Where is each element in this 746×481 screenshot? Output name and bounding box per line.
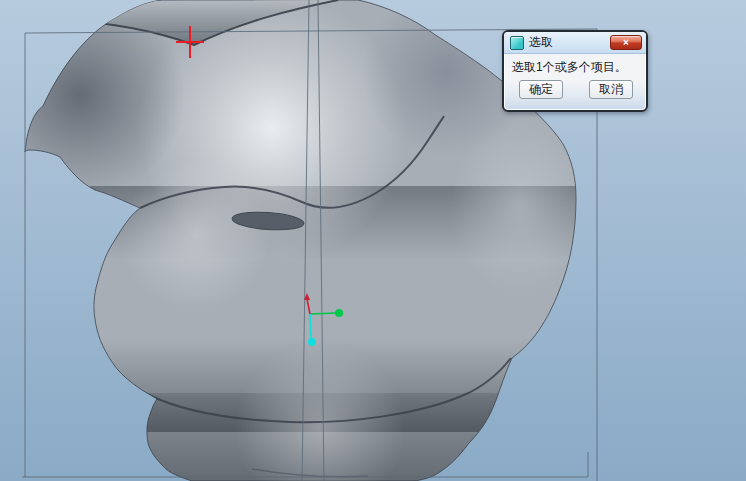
ok-button[interactable]: 确定 <box>519 80 563 99</box>
axis-cyan-endpoint <box>308 338 316 346</box>
select-dialog-body: 选取1个或多个项目。 确定 取消 <box>504 54 646 99</box>
cancel-button[interactable]: 取消 <box>589 80 633 99</box>
axis-green-endpoint <box>335 309 343 317</box>
select-dialog-title: 选取 <box>529 32 605 53</box>
select-dialog-buttons: 确定 取消 <box>504 78 646 99</box>
select-dialog: 选取 × 选取1个或多个项目。 确定 取消 <box>502 30 648 112</box>
select-dialog-titlebar[interactable]: 选取 × <box>504 32 646 54</box>
axis-cyan <box>310 314 311 339</box>
close-icon: × <box>623 37 629 48</box>
cad-application-window: 选取 × 选取1个或多个项目。 确定 取消 <box>0 0 746 481</box>
select-dialog-icon <box>510 36 524 50</box>
axis-green <box>310 313 336 314</box>
close-button[interactable]: × <box>610 35 642 50</box>
select-dialog-message: 选取1个或多个项目。 <box>504 54 646 78</box>
